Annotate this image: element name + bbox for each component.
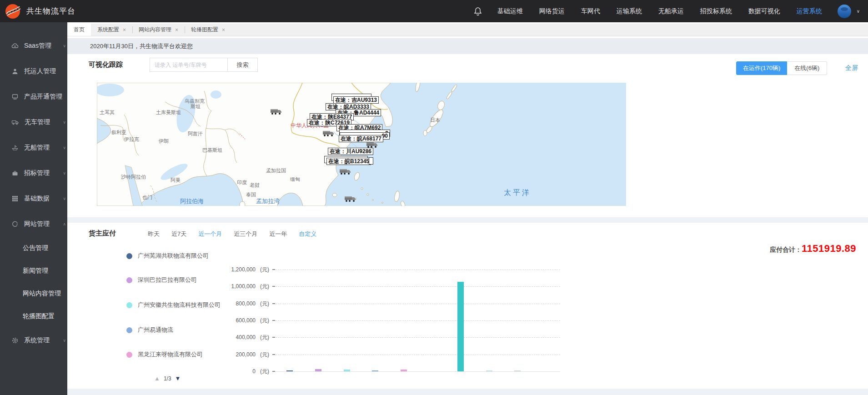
- vehicle-marker-label[interactable]: 在途：皖A68177: [339, 135, 383, 142]
- nav-item[interactable]: 运输系统: [617, 7, 642, 15]
- bar-company-8[interactable]: [486, 370, 492, 371]
- chevron-down-icon: ∨: [63, 44, 66, 48]
- sidebar: Saas管理∨ 托运人管理 产品开通管理 无车管理∨ 无船管理∨ 招标管理∨ 基…: [0, 22, 67, 395]
- axis-tick: [272, 320, 275, 321]
- section-divider: [67, 217, 868, 223]
- legend-dot: [126, 352, 132, 358]
- running-vehicles-button[interactable]: 在运作(170辆): [736, 61, 787, 75]
- terminal-icon: [11, 93, 19, 100]
- filter-7days[interactable]: 近7天: [171, 230, 186, 238]
- y-axis-label: 200,000(元): [201, 351, 269, 359]
- truck-marker[interactable]: [271, 108, 282, 115]
- tab-home[interactable]: 首页: [67, 24, 91, 36]
- filter-custom[interactable]: 自定义: [299, 230, 316, 238]
- tab-bar: 首页 系统配置× 网站内容管理× 轮播图配置×: [67, 24, 868, 36]
- legend-item[interactable]: 广州芜湖共联物流有限公司: [126, 252, 209, 260]
- truck-marker[interactable]: [340, 168, 351, 175]
- legend-dot: [126, 327, 132, 333]
- page-up-icon[interactable]: ▲: [154, 375, 160, 382]
- axis-tick: [272, 371, 275, 372]
- chevron-up-icon: ∧: [63, 222, 66, 226]
- truck-marker[interactable]: [345, 195, 356, 202]
- bar-深圳巴拉巴拉有限公司[interactable]: [315, 369, 321, 371]
- map-label: 阿曼: [171, 177, 181, 184]
- bar-黑龙江来呀物流有限公司[interactable]: [401, 370, 407, 371]
- vehicle-marker-label[interactable]: 在途：吉AU9313: [333, 96, 379, 104]
- chevron-down-icon: ∨: [63, 145, 66, 150]
- chevron-down-icon: ∨: [63, 338, 66, 343]
- sidebar-item-system[interactable]: 系统管理∨: [0, 328, 67, 353]
- tracking-search: 搜索: [150, 58, 258, 72]
- close-icon[interactable]: ×: [123, 27, 126, 33]
- nav-item[interactable]: 车网代: [581, 7, 600, 15]
- sidebar-subitem-webcontent[interactable]: 网站内容管理: [0, 282, 67, 305]
- filter-1month[interactable]: 近一个月: [198, 230, 222, 238]
- ship-icon: [11, 144, 19, 151]
- legend-item[interactable]: 深圳巴拉巴拉有限公司: [126, 276, 197, 284]
- bar-广州安徽共生物流科技有限公司[interactable]: [344, 370, 350, 371]
- sidebar-item-bidding[interactable]: 招标管理∨: [0, 160, 67, 186]
- nav-item[interactable]: 无船承运: [658, 7, 684, 15]
- top-bar: 共生物流平台 基础运维 网络货运 车网代 运输系统 无船承运 招投标系统 数据可…: [0, 0, 868, 22]
- nav-item-active[interactable]: 运营系统: [797, 7, 822, 15]
- sidebar-item-website[interactable]: 网站管理∧: [0, 211, 67, 237]
- nav-item[interactable]: 招投标系统: [700, 7, 732, 15]
- close-icon[interactable]: ×: [222, 27, 225, 33]
- page-down-icon[interactable]: ▼: [175, 375, 181, 382]
- chevron-down-icon: ∨: [63, 171, 66, 175]
- sidebar-item-shipless[interactable]: 无船管理∨: [0, 135, 67, 160]
- truck-marker[interactable]: [366, 141, 378, 148]
- legend-item[interactable]: 广州易通物流: [126, 326, 173, 334]
- sidebar-item-truckless[interactable]: 无车管理∨: [0, 110, 67, 135]
- vehicle-marker-label[interactable]: 在途：川AU9286: [328, 148, 373, 155]
- bar-company-7[interactable]: [457, 282, 464, 371]
- notification-bell-icon[interactable]: [474, 7, 482, 16]
- nav-item[interactable]: 基础运维: [497, 7, 523, 15]
- bar-广州易通物流[interactable]: [372, 370, 378, 371]
- legend-dot: [126, 253, 132, 259]
- sidebar-item-saas[interactable]: Saas管理∨: [0, 33, 67, 59]
- bar-广州芜湖共联物流有限公司[interactable]: [286, 370, 293, 371]
- map-label: 老挝: [250, 182, 260, 189]
- bar-company-9[interactable]: [514, 370, 521, 371]
- map-label: 伊朗: [159, 138, 169, 145]
- truck-marker[interactable]: [323, 130, 335, 137]
- sidebar-item-product[interactable]: 产品开通管理: [0, 84, 67, 110]
- fullscreen-link[interactable]: 全屏: [845, 64, 858, 72]
- user-menu-chevron-icon[interactable]: ∨: [857, 9, 860, 14]
- filter-1year[interactable]: 近一年: [269, 230, 287, 238]
- tab-web-content[interactable]: 网站内容管理×: [132, 24, 185, 36]
- legend-item[interactable]: 黑龙江来呀物流有限公司: [126, 350, 203, 359]
- map-label: 土耳其: [100, 109, 115, 116]
- tab-system-config[interactable]: 系统配置×: [91, 24, 132, 36]
- search-input[interactable]: [150, 58, 227, 72]
- website-icon: [11, 220, 19, 228]
- filter-3months[interactable]: 近三个月: [234, 230, 257, 238]
- page-indicator: 1/3: [164, 375, 171, 382]
- logo-icon: [5, 3, 21, 20]
- nav-item[interactable]: 网络货运: [539, 7, 565, 15]
- sidebar-item-shipper[interactable]: 托运人管理: [0, 59, 67, 84]
- sidebar-subitem-news[interactable]: 新闻管理: [0, 260, 67, 282]
- vehicle-marker-label[interactable]: 在途：皖B12345: [326, 158, 371, 165]
- user-avatar[interactable]: [838, 5, 851, 18]
- chart-gridline: [276, 270, 560, 270]
- close-icon[interactable]: ×: [175, 27, 178, 33]
- tab-carousel-config[interactable]: 轮播图配置×: [185, 24, 231, 36]
- map-label: 斯坦: [191, 103, 201, 110]
- y-axis-label: 400,000(元): [201, 334, 269, 341]
- search-button[interactable]: 搜索: [227, 58, 258, 72]
- main-content: 首页 系统配置× 网站内容管理× 轮播图配置× 2020年11月30日，共生物流…: [67, 22, 868, 395]
- online-vehicles-button[interactable]: 在线(6辆): [787, 61, 827, 75]
- chevron-down-icon: ∨: [63, 120, 66, 125]
- y-axis-label: 0(元): [201, 368, 269, 375]
- vehicle-marker-label[interactable]: [369, 157, 373, 165]
- sidebar-subitem-carousel[interactable]: 轮播图配置: [0, 305, 67, 328]
- sidebar-subitem-announcement[interactable]: 公告管理: [0, 237, 67, 260]
- filter-yesterday[interactable]: 昨天: [148, 230, 160, 238]
- tracking-map[interactable]: 土耳其 乌兹别克 斯坦 土库曼斯坦 叙利亚 伊拉克 伊朗 阿富汗 巴基斯坦 沙特…: [97, 83, 626, 206]
- y-axis-label: 600,000(元): [201, 317, 269, 325]
- legend-pager: ▲ 1/3 ▼: [154, 375, 181, 382]
- nav-item[interactable]: 数据可视化: [748, 7, 780, 15]
- sidebar-item-basedata[interactable]: 基础数据∨: [0, 186, 67, 211]
